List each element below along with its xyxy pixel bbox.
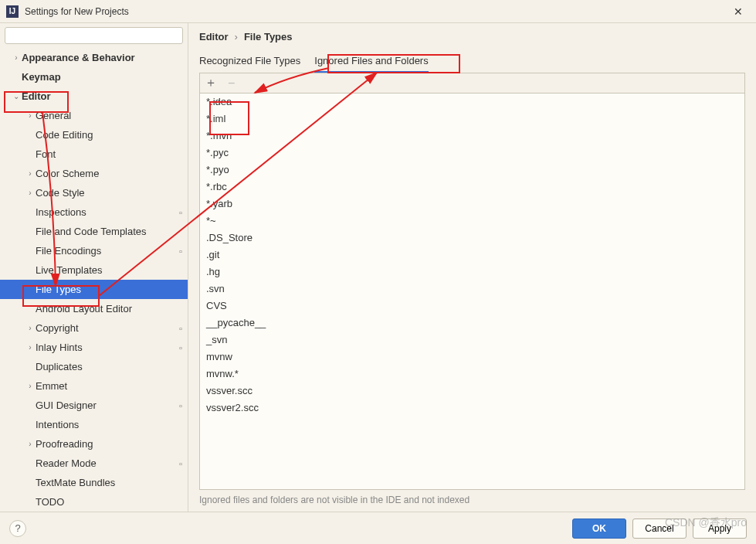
list-item[interactable]: *.pyo [200,162,744,178]
content-panel: Editor › File Types Recognized File Type… [188,23,756,512]
close-button[interactable]: ✕ [727,5,750,18]
tree-item-textmate-bundles[interactable]: TextMate Bundles [0,473,188,492]
tree-item-code-style[interactable]: ›Code Style [0,183,188,202]
chevron-icon: › [25,189,36,197]
list-item[interactable]: .DS_Store [200,230,744,246]
tree-item-label: Font [36,148,188,160]
remove-button[interactable]: − [228,76,235,90]
tree-item-label: Live Templates [36,264,188,276]
tree-item-label: Editor [22,90,188,102]
tree-item-intentions[interactable]: Intentions [0,415,188,434]
tree-item-label: Reader Mode [36,457,174,469]
project-scope-icon: ▫ [174,208,188,217]
chevron-icon: › [25,324,36,332]
list-item[interactable]: *~ [200,212,744,230]
apply-button[interactable]: Apply [693,518,747,539]
project-scope-icon: ▫ [174,343,188,352]
list-item[interactable]: *.mvn [200,128,744,144]
tree-item-todo[interactable]: TODO [0,492,188,512]
list-item[interactable]: .svn [200,280,744,298]
list-item[interactable]: CVS [200,298,744,314]
list-item[interactable]: .hg [200,264,744,280]
chevron-icon: › [25,343,36,352]
chevron-icon: › [25,111,36,120]
project-scope-icon: ▫ [174,324,188,333]
tree-item-label: Appearance & Behavior [22,52,188,63]
tree-item-editor[interactable]: ⌄Editor [0,87,188,106]
list-item[interactable]: mvnw.* [200,366,744,382]
tree-item-label: File Encodings [36,245,174,257]
tab-recognized-file-types[interactable]: Recognized File Types [199,53,300,73]
tree-item-font[interactable]: Font [0,144,188,164]
tree-item-android-layout-editor[interactable]: Android Layout Editor [0,299,188,318]
tree-item-label: General [36,110,188,121]
settings-sidebar: 🔍 ›Appearance & BehaviorKeymap⌄Editor›Ge… [0,23,188,512]
tree-item-label: GUI Designer [36,400,174,411]
tree-item-label: Proofreading [36,438,188,450]
breadcrumb: Editor › File Types [199,31,745,42]
project-scope-icon: ▫ [174,401,188,410]
help-button[interactable]: ? [9,520,26,537]
chevron-icon: › [11,53,22,62]
list-item[interactable]: *.iml [200,110,744,128]
tree-item-label: File Types [36,284,188,295]
tree-item-file-encodings[interactable]: File Encodings▫ [0,241,188,260]
breadcrumb-part: Editor [199,31,229,42]
tree-item-general[interactable]: ›General [0,106,188,125]
list-item[interactable]: *.pyc [200,144,744,162]
settings-tree[interactable]: ›Appearance & BehaviorKeymap⌄Editor›Gene… [0,48,188,512]
tree-item-label: Duplicates [36,361,188,372]
tree-item-color-scheme[interactable]: ›Color Scheme [0,164,188,183]
list-item[interactable]: __pycache__ [200,314,744,332]
tree-item-label: Color Scheme [36,168,188,179]
tree-item-label: Emmet [36,380,188,392]
tree-item-file-types[interactable]: File Types [0,280,188,299]
tree-item-label: TODO [36,496,188,508]
tree-item-live-templates[interactable]: Live Templates [0,260,188,280]
tree-item-label: Code Style [36,187,188,199]
tree-item-label: TextMate Bundles [36,477,188,488]
list-item[interactable]: mvnw [200,348,744,366]
project-scope-icon: ▫ [174,459,188,468]
tree-item-label: Inspections [36,206,174,218]
app-icon: IJ [6,5,19,18]
tree-item-label: Copyright [36,322,174,334]
list-item[interactable]: .git [200,246,744,264]
tree-item-label: File and Code Templates [36,226,188,237]
project-scope-icon: ▫ [174,246,188,256]
tree-item-label: Intentions [36,419,188,430]
tree-item-inspections[interactable]: Inspections▫ [0,202,188,222]
tree-item-copyright[interactable]: ›Copyright▫ [0,318,188,338]
tree-item-duplicates[interactable]: Duplicates [0,357,188,376]
list-item[interactable]: vssver2.scc [200,400,744,416]
breadcrumb-part: File Types [244,31,293,42]
tab-ignored-files-and-folders[interactable]: Ignored Files and Folders [314,53,428,73]
ok-button[interactable]: OK [572,518,626,539]
chevron-icon: › [25,169,36,178]
tree-item-code-editing[interactable]: Code Editing [0,125,188,144]
tree-item-reader-mode[interactable]: Reader Mode▫ [0,454,188,473]
list-item[interactable]: vssver.scc [200,382,744,400]
tree-item-label: Keymap [22,71,188,83]
chevron-icon: › [25,382,36,390]
tree-item-gui-designer[interactable]: GUI Designer▫ [0,396,188,415]
search-input[interactable] [5,27,183,44]
chevron-icon: › [25,440,36,448]
list-item[interactable]: _svn [200,332,744,348]
ignored-patterns-list[interactable]: *.idea*.iml*.mvn*.pyc*.pyo*.rbc*.yarb*~.… [199,93,745,490]
cancel-button[interactable]: Cancel [632,518,687,539]
tree-item-inlay-hints[interactable]: ›Inlay Hints▫ [0,338,188,357]
tree-item-appearance-behavior[interactable]: ›Appearance & Behavior [0,48,188,67]
list-item[interactable]: *.yarb [200,196,744,212]
tree-item-proofreading[interactable]: ›Proofreading [0,434,188,454]
list-item[interactable]: *.idea [200,94,744,110]
list-item[interactable]: *.rbc [200,178,744,196]
list-toolbar: ＋ − [199,73,745,93]
tree-item-emmet[interactable]: ›Emmet [0,376,188,396]
tree-item-keymap[interactable]: Keymap [0,67,188,87]
tree-item-label: Android Layout Editor [36,303,188,314]
add-button[interactable]: ＋ [205,75,217,91]
tabs: Recognized File Types Ignored Files and … [199,53,745,73]
tree-item-file-and-code-templates[interactable]: File and Code Templates [0,222,188,241]
window-title: Settings for New Projects [25,6,727,17]
